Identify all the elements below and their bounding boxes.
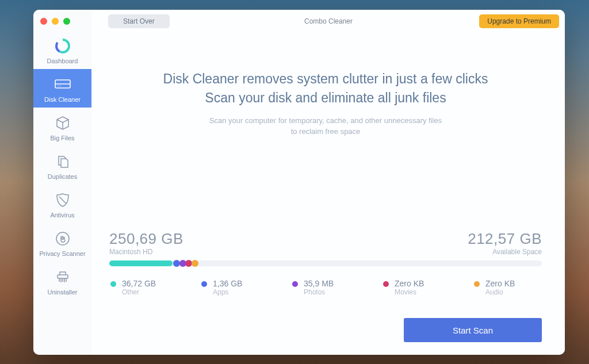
duplicates-icon (55, 153, 71, 170)
legend-label: Other (122, 288, 156, 296)
dashboard-icon (54, 37, 71, 55)
legend-item-apps: 1,36 GB Apps (201, 279, 269, 296)
svg-rect-8 (58, 275, 68, 278)
sidebar-item-uninstaller[interactable]: Uninstaller (33, 262, 91, 300)
disk-legend: 36,72 GB Other 1,36 GB Apps (109, 279, 542, 296)
legend-bullet (201, 281, 207, 287)
legend-label: Audio (485, 288, 515, 296)
legend-value: Zero KB (395, 279, 424, 288)
sidebar-item-antivirus[interactable]: Antivirus (33, 185, 91, 223)
legend-item-audio: Zero KB Audio (474, 279, 542, 296)
upgrade-button[interactable]: Upgrade to Premium (479, 14, 559, 28)
heading-line: Scan your disk and eliminate all junk fi… (109, 89, 542, 108)
footer: Start Scan (109, 318, 542, 342)
svg-point-7 (56, 232, 69, 245)
svg-point-4 (58, 86, 59, 87)
legend-item-photos: 35,9 MB Photos (292, 279, 360, 296)
disk-summary: 250,69 GB Macintosh HD 212,57 GB Availab… (109, 230, 542, 256)
content: Start Over Combo Cleaner Upgrade to Prem… (92, 10, 565, 355)
disk-usage-bar (109, 260, 542, 266)
sidebar-item-label: Duplicates (48, 173, 77, 180)
svg-point-5 (60, 86, 61, 87)
disk-free: 212,57 GB Available Space (468, 230, 542, 256)
main-panel: Disk Cleaner removes system clutter in j… (92, 29, 565, 355)
hand-circle-icon (55, 230, 71, 247)
window-controls (33, 14, 91, 30)
sidebar-item-label: Big Files (50, 135, 74, 141)
sidebar-item-disk-cleaner[interactable]: Disk Cleaner (33, 69, 91, 108)
topbar: Start Over Combo Cleaner Upgrade to Prem… (92, 10, 565, 29)
sidebar-item-privacy-scanner[interactable]: Privacy Scanner (33, 223, 91, 262)
disk-free-label: Available Space (468, 248, 542, 256)
sidebar-item-label: Uninstaller (48, 289, 78, 296)
sidebar: Dashboard Disk Cleaner Bi (33, 10, 92, 355)
shield-icon (55, 191, 70, 209)
sidebar-item-label: Disk Cleaner (44, 96, 81, 103)
legend-value: 36,72 GB (122, 279, 156, 288)
page-subheading: Scan your computer for temporary, cache,… (109, 115, 542, 137)
disk-used: 250,69 GB Macintosh HD (109, 230, 183, 256)
disk-usage-section: 250,69 GB Macintosh HD 212,57 GB Availab… (109, 230, 542, 342)
legend-bullet (292, 281, 298, 287)
maximize-window-button[interactable] (63, 18, 70, 25)
subheading-line: to reclaim free space (109, 126, 542, 137)
sidebar-item-duplicates[interactable]: Duplicates (33, 146, 91, 185)
disk-icon (53, 76, 72, 93)
svg-line-6 (59, 197, 66, 204)
legend-item-other: 36,72 GB Other (110, 279, 178, 296)
legend-value: 1,36 GB (213, 279, 242, 288)
close-window-button[interactable] (40, 18, 47, 25)
legend-bullet (110, 281, 116, 287)
bar-segment-audio (192, 260, 198, 267)
legend-bullet (474, 281, 480, 287)
minimize-window-button[interactable] (52, 18, 59, 25)
legend-label: Movies (395, 288, 424, 296)
legend-item-movies: Zero KB Movies (383, 279, 451, 296)
box-icon (55, 114, 71, 132)
sidebar-item-big-files[interactable]: Big Files (33, 108, 91, 146)
legend-value: 35,9 MB (304, 279, 334, 288)
heading-line: Disk Cleaner removes system clutter in j… (109, 70, 542, 89)
app-window: Dashboard Disk Cleaner Bi (33, 10, 565, 355)
legend-label: Photos (304, 288, 334, 296)
sidebar-item-label: Privacy Scanner (39, 250, 85, 257)
shredder-icon (55, 269, 71, 286)
page-heading: Disk Cleaner removes system clutter in j… (109, 70, 542, 108)
legend-label: Apps (213, 288, 242, 296)
start-over-button[interactable]: Start Over (108, 14, 170, 28)
sidebar-item-label: Antivirus (50, 212, 74, 219)
disk-free-value: 212,57 GB (468, 230, 542, 248)
subheading-line: Scan your computer for temporary, cache,… (109, 115, 542, 127)
start-scan-button[interactable]: Start Scan (404, 318, 542, 342)
disk-used-label: Macintosh HD (109, 248, 183, 256)
bar-segment-other (109, 260, 173, 266)
disk-used-value: 250,69 GB (109, 230, 183, 248)
sidebar-item-dashboard[interactable]: Dashboard (33, 30, 91, 69)
legend-value: Zero KB (485, 279, 515, 288)
sidebar-item-label: Dashboard (47, 58, 78, 64)
legend-bullet (383, 281, 389, 287)
